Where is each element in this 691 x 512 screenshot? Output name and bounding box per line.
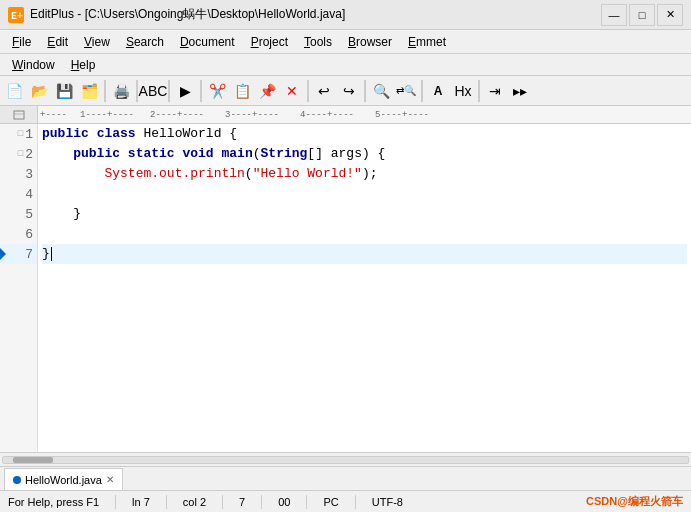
code-line-4 <box>42 184 687 204</box>
menu-bar2: Window Help <box>0 54 691 76</box>
menu-emmet[interactable]: Emmet <box>400 32 454 52</box>
menu-file[interactable]: File <box>4 32 39 52</box>
ruler: +---- 1----+---- 2----+---- 3----+---- 4… <box>0 106 691 124</box>
title-bar: E+ EditPlus - [C:\Users\Ongoing蜗牛\Deskto… <box>0 0 691 30</box>
menu-help[interactable]: Help <box>63 55 104 75</box>
tb-findreplace-button[interactable]: ⇄🔍 <box>394 79 418 103</box>
menu-search[interactable]: Search <box>118 32 172 52</box>
toolbar-sep1 <box>104 80 106 102</box>
title-text: EditPlus - [C:\Users\Ongoing蜗牛\Desktop\H… <box>30 6 601 23</box>
status-sep5 <box>306 495 307 509</box>
tab-dot <box>13 476 21 484</box>
tab-filename: HelloWorld.java <box>25 474 102 486</box>
code-line-3: System.out.println("Hello World!"); <box>42 164 687 184</box>
status-num00: 00 <box>278 496 290 508</box>
line-num-3: 3 <box>0 164 37 184</box>
tb-open-button[interactable]: 📂 <box>27 79 51 103</box>
tb-more-button[interactable]: ▸▸ <box>508 79 532 103</box>
tb-print-button[interactable]: 🖨️ <box>109 79 133 103</box>
tab-bar: HelloWorld.java ✕ <box>0 466 691 490</box>
tb-save-all-button[interactable]: 🗂️ <box>77 79 101 103</box>
window-controls: — □ ✕ <box>601 4 683 26</box>
menu-project[interactable]: Project <box>243 32 296 52</box>
tb-spell-button[interactable]: ABC <box>141 79 165 103</box>
menu-edit[interactable]: Edit <box>39 32 76 52</box>
code-editor[interactable]: public class HelloWorld { public static … <box>38 124 691 452</box>
editor-body: □ 1 □ 2 3 4 5 <box>0 124 691 452</box>
collapse-icon-2[interactable]: □ <box>18 149 23 159</box>
toolbar-sep6 <box>364 80 366 102</box>
status-encoding: UTF-8 <box>372 496 403 508</box>
status-line: ln 7 <box>132 496 150 508</box>
code-line-2: public static void main(String[] args) { <box>42 144 687 164</box>
code-line-6 <box>42 224 687 244</box>
status-help: For Help, press F1 <box>8 496 99 508</box>
main-window: E+ EditPlus - [C:\Users\Ongoing蜗牛\Deskto… <box>0 0 691 512</box>
status-sep2 <box>166 495 167 509</box>
status-bar: For Help, press F1 ln 7 col 2 7 00 PC UT… <box>0 490 691 512</box>
code-line-5: } <box>42 204 687 224</box>
tb-paste-button[interactable]: 📌 <box>255 79 279 103</box>
menu-browser[interactable]: Browser <box>340 32 400 52</box>
code-line-1: public class HelloWorld { <box>42 124 687 144</box>
tab-close-button[interactable]: ✕ <box>106 474 114 485</box>
status-sep6 <box>355 495 356 509</box>
status-pc: PC <box>323 496 338 508</box>
tb-redo-button[interactable]: ↪ <box>337 79 361 103</box>
tb-delete-button[interactable]: ✕ <box>280 79 304 103</box>
toolbar-sep3 <box>168 80 170 102</box>
toolbar: 📄 📂 💾 🗂️ 🖨️ ABC ▶ ✂️ 📋 📌 ✕ ↩ ↪ 🔍 ⇄🔍 A Hx… <box>0 76 691 106</box>
collapse-icon-1[interactable]: □ <box>18 129 23 139</box>
menu-tools[interactable]: Tools <box>296 32 340 52</box>
tb-copy-button[interactable]: 📋 <box>230 79 254 103</box>
status-sep4 <box>261 495 262 509</box>
line-num-4: 4 <box>0 184 37 204</box>
hscroll-bar[interactable] <box>0 452 691 466</box>
tab-helloworld[interactable]: HelloWorld.java ✕ <box>4 468 123 490</box>
toolbar-sep5 <box>307 80 309 102</box>
line-num-1: □ 1 <box>0 124 37 144</box>
line-num-7: 7 <box>0 244 37 264</box>
status-col: col 2 <box>183 496 206 508</box>
status-sep1 <box>115 495 116 509</box>
ruler-marks: +---- 1----+---- 2----+---- 3----+---- 4… <box>40 106 691 123</box>
hscroll-thumb[interactable] <box>13 457 53 463</box>
menu-window[interactable]: Window <box>4 55 63 75</box>
toolbar-sep4 <box>200 80 202 102</box>
app-icon: E+ <box>8 7 24 23</box>
tb-new-button[interactable]: 📄 <box>2 79 26 103</box>
menu-view[interactable]: View <box>76 32 118 52</box>
status-sep3 <box>222 495 223 509</box>
line-numbers: □ 1 □ 2 3 4 5 <box>0 124 38 452</box>
svg-rect-2 <box>14 111 24 119</box>
svg-text:E+: E+ <box>11 11 23 22</box>
tb-indent-button[interactable]: ⇥ <box>483 79 507 103</box>
close-button[interactable]: ✕ <box>657 4 683 26</box>
tb-save-button[interactable]: 💾 <box>52 79 76 103</box>
tb-undo-button[interactable]: ↩ <box>312 79 336 103</box>
text-cursor <box>51 247 52 261</box>
cursor-triangle <box>0 247 6 261</box>
line-num-5: 5 <box>0 204 37 224</box>
toolbar-sep8 <box>478 80 480 102</box>
maximize-button[interactable]: □ <box>629 4 655 26</box>
tb-fontbig-button[interactable]: A <box>426 79 450 103</box>
line-num-2: □ 2 <box>0 144 37 164</box>
minimize-button[interactable]: — <box>601 4 627 26</box>
tb-find-button[interactable]: 🔍 <box>369 79 393 103</box>
status-watermark: CSDN@编程火箭车 <box>586 494 683 509</box>
menu-document[interactable]: Document <box>172 32 243 52</box>
tb-clipfwd-button[interactable]: ▶ <box>173 79 197 103</box>
code-line-7: } <box>42 244 687 264</box>
tb-fonthx-button[interactable]: Hx <box>451 79 475 103</box>
line-num-6: 6 <box>0 224 37 244</box>
hscroll-track[interactable] <box>2 456 689 464</box>
status-num7: 7 <box>239 496 245 508</box>
toolbar-sep7 <box>421 80 423 102</box>
menu-bar: File Edit View Search Document Project T… <box>0 30 691 54</box>
tb-cut-button[interactable]: ✂️ <box>205 79 229 103</box>
